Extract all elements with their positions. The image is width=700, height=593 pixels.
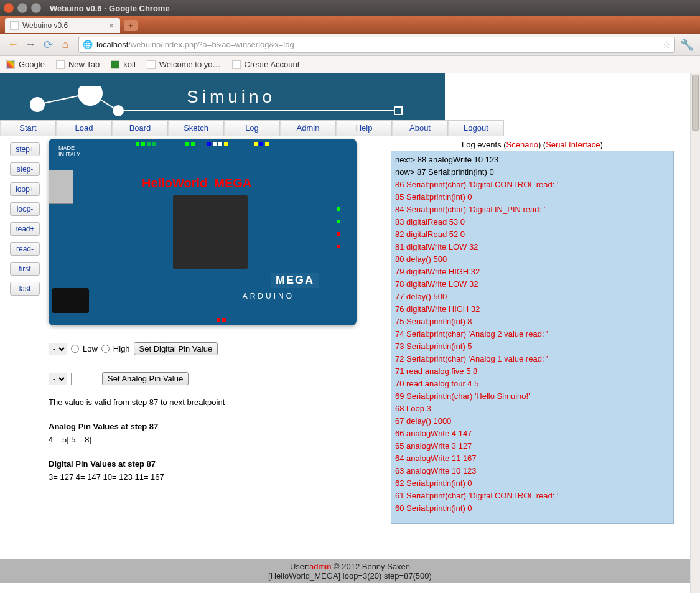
log-line[interactable]: now> 87 Serial:println(int) 0 xyxy=(395,166,670,179)
log-line[interactable]: 71 read analog five 5 8 xyxy=(395,365,670,378)
loop-minus-button[interactable]: loop- xyxy=(10,202,40,216)
log-line[interactable]: 61 Serial:print(char) 'Digital CONTROL r… xyxy=(395,490,670,502)
set-digital-button[interactable]: Set Digital Pin Value xyxy=(134,342,218,355)
mcu-chip xyxy=(173,195,248,269)
analog-values: 4 = 5| 5 = 8| xyxy=(49,435,378,444)
tab-close-icon[interactable]: × xyxy=(109,21,114,30)
back-button[interactable]: ← xyxy=(5,37,21,53)
step-sidebar: step+ step- loop+ loop- read+ read- firs… xyxy=(0,136,49,302)
bookmark-welcome[interactable]: Welcome to yo… xyxy=(147,60,221,69)
log-line[interactable]: 73 Serial:println(int) 5 xyxy=(395,340,670,353)
page-favicon xyxy=(10,21,19,30)
bookmarks-bar: Google New Tab koll Welcome to yo… Creat… xyxy=(0,56,700,73)
set-analog-button[interactable]: Set Analog Pin Value xyxy=(102,372,189,385)
log-line[interactable]: 66 analogWrite 4 147 xyxy=(395,427,670,440)
log-line[interactable]: 77 delay() 500 xyxy=(395,291,670,303)
digital-low-label: Low xyxy=(83,344,98,353)
site-info-icon[interactable]: 🌐 xyxy=(83,40,93,49)
log-line[interactable]: 76 digitalWrite HIGH 32 xyxy=(395,303,670,315)
bookmark-google[interactable]: Google xyxy=(6,60,45,69)
log-line[interactable]: 65 analogWrite 3 127 xyxy=(395,440,670,452)
log-header: Log events (Scenario) (Serial Interface) xyxy=(391,140,674,149)
step-plus-button[interactable]: step+ xyxy=(10,142,40,156)
log-line[interactable]: next> 88 analogWrite 10 123 xyxy=(395,154,670,166)
bookmark-star-icon[interactable]: ☆ xyxy=(662,39,671,50)
log-line[interactable]: 74 Serial:print(char) 'Analog 2 value re… xyxy=(395,328,670,340)
log-line[interactable]: 72 Serial:print(char) 'Analog 1 value re… xyxy=(395,353,670,365)
tab-title: Webuino v0.6 xyxy=(22,21,68,30)
loop-plus-button[interactable]: loop+ xyxy=(10,182,40,196)
log-scenario-link[interactable]: Scenario xyxy=(506,140,538,149)
url-path: /webuino/index.php?a=b&ac=winserlog&x=lo… xyxy=(128,40,294,49)
browser-toolbar: ← → ⟳ ⌂ 🌐 localhost/webuino/index.php?a=… xyxy=(0,34,700,56)
arduino-board-image: MADE IN ITALY xyxy=(49,139,357,325)
digital-pin-select[interactable]: - xyxy=(49,343,67,355)
step-minus-button[interactable]: step- xyxy=(10,162,40,176)
analog-value-input[interactable] xyxy=(71,373,98,385)
log-line[interactable]: 81 digitalWrite LOW 32 xyxy=(395,241,670,253)
window-close-button[interactable] xyxy=(4,3,14,13)
log-line[interactable]: 84 Serial:print(char) 'Digital IN_PIN re… xyxy=(395,203,670,216)
log-line[interactable]: 75 Serial:println(int) 8 xyxy=(395,315,670,328)
user-label: User: xyxy=(290,562,309,571)
log-line[interactable]: 78 digitalWrite LOW 32 xyxy=(395,278,670,291)
google-icon xyxy=(6,60,15,69)
digital-high-label: High xyxy=(113,344,130,353)
digital-values-heading: Digital Pin Values at step 87 xyxy=(49,459,378,469)
banner-logo xyxy=(12,86,417,123)
window-title: Webuino v0.6 - Google Chrome xyxy=(50,4,170,13)
nav-logout[interactable]: Logout xyxy=(448,121,504,136)
address-bar[interactable]: 🌐 localhost/webuino/index.php?a=b&ac=win… xyxy=(78,37,675,53)
digital-low-radio[interactable] xyxy=(71,345,79,353)
read-minus-button[interactable]: read- xyxy=(10,242,40,256)
page-icon xyxy=(147,60,156,69)
new-tab-button[interactable]: + xyxy=(124,20,138,31)
log-line[interactable]: 80 delay() 500 xyxy=(395,253,670,266)
log-line[interactable]: 86 Serial:print(char) 'Digital CONTROL r… xyxy=(395,179,670,191)
browser-tab[interactable]: Webuino v0.6 × xyxy=(5,18,120,33)
user-name: admin xyxy=(309,562,331,571)
log-serial-link[interactable]: Serial Interface xyxy=(546,140,600,149)
reload-button[interactable]: ⟳ xyxy=(40,37,56,53)
forward-button[interactable]: → xyxy=(22,37,39,53)
last-button[interactable]: last xyxy=(10,282,40,296)
log-line[interactable]: 63 analogWrite 10 123 xyxy=(395,465,670,477)
usb-port xyxy=(49,170,73,204)
validity-info: The value is valid from step 87 to next … xyxy=(49,398,378,407)
log-line[interactable]: 64 analogWrite 11 167 xyxy=(395,452,670,465)
page-scrollbar[interactable] xyxy=(690,73,700,593)
status-footer: User:admin © 2012 Benny Saxen [HelloWorl… xyxy=(0,559,700,583)
log-line[interactable]: 69 Serial:println(char) 'Hello Simuino!' xyxy=(395,390,670,403)
log-line[interactable]: 70 read analog four 4 5 xyxy=(395,378,670,390)
scrollbar-thumb[interactable] xyxy=(692,75,699,131)
url-host: localhost xyxy=(96,40,128,49)
window-maximize-button[interactable] xyxy=(31,3,41,13)
made-in-italy-label: MADE IN ITALY xyxy=(58,145,80,157)
first-button[interactable]: first xyxy=(10,262,40,276)
log-line[interactable]: 62 Serial:println(int) 0 xyxy=(395,477,670,490)
log-line[interactable]: 67 delay() 1000 xyxy=(395,415,670,427)
page-icon xyxy=(56,60,65,69)
wrench-menu-icon[interactable]: 🔧 xyxy=(679,38,695,52)
bookmark-newtab[interactable]: New Tab xyxy=(56,60,100,69)
analog-values-heading: Analog Pin Values at step 87 xyxy=(49,422,378,431)
read-plus-button[interactable]: read+ xyxy=(10,222,40,236)
log-line[interactable]: 82 digitalRead 52 0 xyxy=(395,228,670,241)
home-button[interactable]: ⌂ xyxy=(57,37,73,53)
digital-high-radio[interactable] xyxy=(101,345,110,353)
digital-values: 3= 127 4= 147 10= 123 11= 167 xyxy=(49,472,378,482)
log-line[interactable]: 83 digitalRead 53 0 xyxy=(395,216,670,228)
log-line[interactable]: 68 Loop 3 xyxy=(395,403,670,415)
bookmark-koll[interactable]: koll xyxy=(111,60,136,69)
log-line[interactable]: 79 digitalWrite HIGH 32 xyxy=(395,266,670,278)
svg-point-5 xyxy=(113,105,124,116)
analog-pin-select[interactable]: - xyxy=(49,373,67,385)
browser-tabstrip: Webuino v0.6 × + xyxy=(0,16,700,34)
log-line[interactable]: 85 Serial:println(int) 0 xyxy=(395,191,670,203)
mega-badge: MEGA xyxy=(271,273,319,288)
bookmark-create-account[interactable]: Create Account xyxy=(232,60,300,69)
log-line[interactable]: 60 Serial:println(int) 0 xyxy=(395,502,670,515)
svg-point-4 xyxy=(78,86,103,106)
window-minimize-button[interactable] xyxy=(17,3,27,13)
log-panel[interactable]: next> 88 analogWrite 10 123now> 87 Seria… xyxy=(391,151,674,524)
